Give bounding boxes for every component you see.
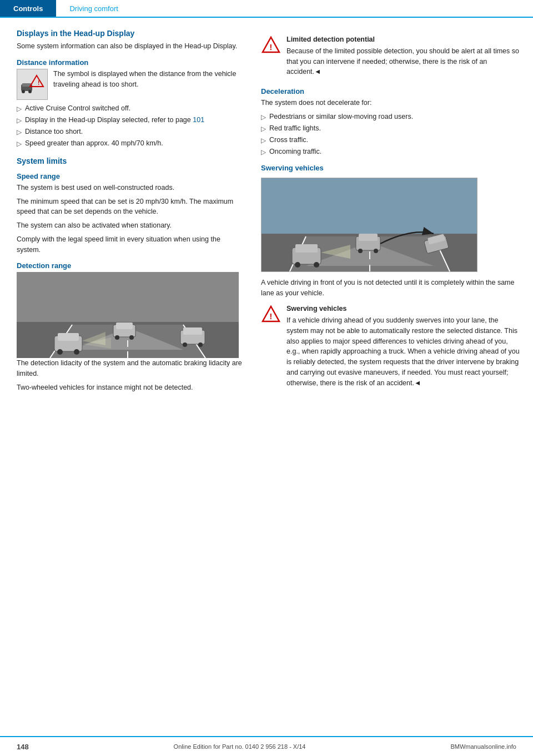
svg-point-15 xyxy=(57,349,63,355)
list-item: ▷Distance too short. xyxy=(17,127,244,137)
main-content: Displays in the Head-up Display Some sys… xyxy=(0,18,533,397)
limited-detection-text: Because of the limited possible detectio… xyxy=(286,46,522,77)
deceleration-title: Deceleration xyxy=(261,87,522,95)
page-footer: 148 Online Edition for Part no. 0140 2 9… xyxy=(0,736,533,756)
list-item: ▷Active Cruise Control switched off. xyxy=(17,103,244,114)
svg-rect-37 xyxy=(295,244,318,253)
svg-text:!: ! xyxy=(38,80,39,86)
warning-triangle-icon: ! xyxy=(261,36,281,56)
speed-range-p1: The system is best used on well-construc… xyxy=(17,183,244,193)
list-item: ▷Red traffic lights. xyxy=(261,123,522,134)
svg-point-23 xyxy=(183,342,187,347)
svg-rect-42 xyxy=(359,234,378,241)
swerving-vehicles-diagram xyxy=(261,178,477,272)
svg-point-44 xyxy=(374,249,378,253)
svg-text:!: ! xyxy=(270,43,273,52)
swerving-warning-triangle-icon: ! xyxy=(261,305,281,325)
left-column: Displays in the Head-up Display Some sys… xyxy=(0,29,255,397)
swerving-vehicles-title: Swerving vehicles xyxy=(261,164,522,172)
svg-point-38 xyxy=(295,262,300,268)
svg-point-3 xyxy=(28,90,32,93)
bullet-arrow-icon: ▷ xyxy=(17,115,22,125)
detection-range-p1: The detection lidacity of the system and… xyxy=(17,358,244,379)
distance-symbol-icon: ! xyxy=(19,71,46,98)
svg-rect-22 xyxy=(183,327,202,335)
list-item: ▷Display in the Head-up Display selected… xyxy=(17,115,244,125)
footer-copyright: Online Edition for Part no. 0140 2 956 2… xyxy=(174,743,306,750)
swerving-vehicles-p1: A vehicle driving in front of you is not… xyxy=(261,278,522,299)
svg-text:!: ! xyxy=(270,312,273,321)
svg-rect-18 xyxy=(116,322,133,329)
deceleration-intro: The system does not decelerate for: xyxy=(261,98,522,108)
road-diagram-svg xyxy=(17,272,239,358)
swerving-warning-text: If a vehicle driving ahead of you sudden… xyxy=(286,315,522,388)
distance-bullet-list: ▷Active Cruise Control switched off. ▷Di… xyxy=(17,103,244,149)
svg-rect-14 xyxy=(58,333,79,341)
footer-brand: BMWmanualsonline.info xyxy=(450,743,516,750)
bullet-arrow-icon: ▷ xyxy=(17,127,22,137)
swerving-warning-title: Swerving vehicles xyxy=(286,304,522,314)
tab-controls[interactable]: Controls xyxy=(0,0,56,17)
list-item: ▷Cross traffic. xyxy=(261,135,522,145)
speed-range-p2: The minimum speed that can be set is 20 … xyxy=(17,196,244,218)
list-item: ▷Oncoming traffic. xyxy=(261,147,522,157)
footer-page-number: 148 xyxy=(17,743,29,751)
swerving-diagram-svg xyxy=(262,178,477,272)
limited-detection-warning: ! Limited detection potential Because of… xyxy=(261,34,522,80)
speed-range-p4: Comply with the legal speed limit in eve… xyxy=(17,234,244,255)
bullet-arrow-icon: ▷ xyxy=(17,139,22,149)
svg-point-39 xyxy=(314,262,319,268)
detection-range-diagram xyxy=(17,272,239,358)
speed-range-title: Speed range xyxy=(17,172,244,180)
detection-range-title: Detection range xyxy=(17,261,244,270)
svg-point-43 xyxy=(358,249,363,253)
page-header: Controls Driving comfort xyxy=(0,0,533,18)
distance-info-row: ! The symbol is displayed when the dista… xyxy=(17,69,244,100)
bullet-arrow-icon: ▷ xyxy=(17,104,22,114)
distance-information-title: Distance information xyxy=(17,58,244,67)
limited-detection-text-block: Limited detection potential Because of t… xyxy=(286,34,522,80)
bullet-arrow-icon: ▷ xyxy=(261,112,266,122)
distance-desc: The symbol is displayed when the distanc… xyxy=(53,69,244,90)
svg-point-20 xyxy=(129,335,134,340)
svg-point-19 xyxy=(115,335,119,340)
bullet-arrow-icon: ▷ xyxy=(261,124,266,134)
system-limits-title: System limits xyxy=(17,157,244,165)
limited-detection-title: Limited detection potential xyxy=(286,34,522,45)
list-item: ▷Speed greater than approx. 40 mph/70 km… xyxy=(17,138,244,149)
bullet-arrow-icon: ▷ xyxy=(261,135,266,145)
right-column: ! Limited detection potential Because of… xyxy=(255,29,533,397)
svg-point-2 xyxy=(22,90,25,93)
svg-point-16 xyxy=(74,349,79,355)
detection-range-p2: Two-wheeled vehicles for instance might … xyxy=(17,382,244,393)
deceleration-bullet-list: ▷Pedestrians or similar slow-moving road… xyxy=(261,112,522,157)
list-item: ▷Pedestrians or similar slow-moving road… xyxy=(261,112,522,122)
swerving-warning-text-block: Swerving vehicles If a vehicle driving a… xyxy=(286,304,522,391)
page-heading: Displays in the Head-up Display xyxy=(17,29,244,38)
bullet-arrow-icon: ▷ xyxy=(261,147,266,157)
distance-icon: ! xyxy=(17,69,48,100)
intro-text: Some system information can also be disp… xyxy=(17,41,244,52)
swerving-warning: ! Swerving vehicles If a vehicle driving… xyxy=(261,304,522,391)
tab-driving-comfort[interactable]: Driving comfort xyxy=(56,0,131,17)
svg-point-24 xyxy=(198,342,203,347)
speed-range-p3: The system can also be activated when st… xyxy=(17,220,244,231)
